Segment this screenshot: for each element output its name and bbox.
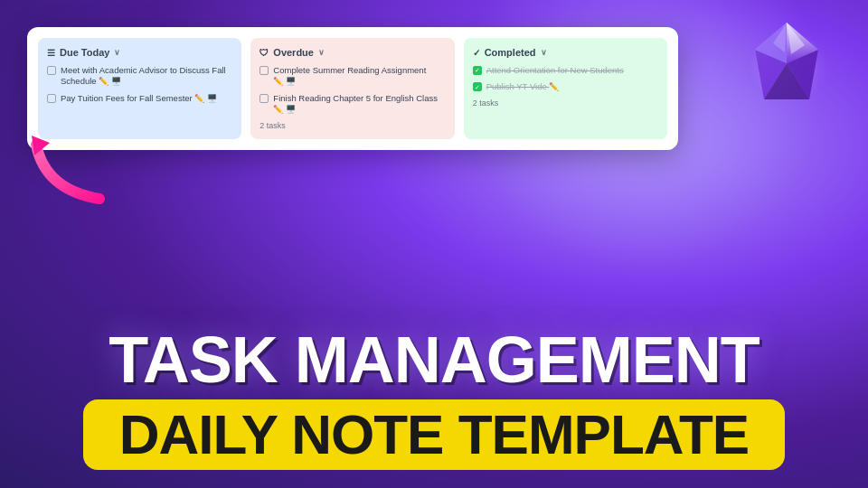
- task-text: Complete Summer Reading Assignment ✏️ 🖥️: [273, 65, 445, 88]
- page-content: ☰ Due Today ∨ Meet with Academic Advisor…: [0, 0, 868, 488]
- column-completed: ✓ Completed ∨ ✓ Attend Orientation for N…: [464, 38, 667, 139]
- task-checkbox-checked[interactable]: ✓: [473, 66, 482, 75]
- task-text: Meet with Academic Advisor to Discuss Fa…: [61, 65, 232, 88]
- col-title-completed: Completed: [485, 47, 536, 58]
- task-checkbox[interactable]: [47, 66, 56, 75]
- title-daily-note-template: DAILY NOTE TEMPLATE: [83, 399, 785, 470]
- crystal-gem-icon: [741, 18, 832, 117]
- col-title-due: Due Today: [60, 47, 109, 58]
- completed-icon: ✓: [473, 48, 480, 58]
- task-text: Pay Tuition Fees for Fall Semester ✏️ 🖥️: [61, 93, 232, 105]
- column-due-today: ☰ Due Today ∨ Meet with Academic Advisor…: [38, 38, 241, 139]
- due-icon: ☰: [47, 48, 55, 58]
- task-checkbox-checked[interactable]: ✓: [473, 82, 482, 91]
- task-count-completed: 2 tasks: [473, 99, 658, 108]
- task-item: Pay Tuition Fees for Fall Semester ✏️ 🖥️: [47, 93, 232, 105]
- task-icons: ✏️ 🖥️: [273, 77, 296, 88]
- col-header-completed: ✓ Completed ∨: [473, 47, 658, 58]
- overdue-icon: 🛡: [259, 48, 269, 58]
- task-icons: ✏️: [549, 82, 559, 93]
- completed-chevron: ∨: [541, 48, 547, 57]
- task-text-done: Attend Orientation for New Students: [486, 65, 658, 76]
- task-item: Finish Reading Chapter 5 for English Cla…: [259, 93, 445, 116]
- task-text: Finish Reading Chapter 5 for English Cla…: [273, 93, 445, 116]
- task-count-overdue: 2 tasks: [259, 121, 445, 130]
- bottom-text-section: TASK MANAGEMENT DAILY NOTE TEMPLATE: [0, 327, 868, 488]
- task-icons: ✏️ 🖥️: [194, 94, 217, 105]
- col-title-overdue: Overdue: [273, 47, 314, 58]
- task-checkbox[interactable]: [259, 94, 269, 103]
- title-task-management: TASK MANAGEMENT: [108, 327, 760, 392]
- task-item: ✓ Attend Orientation for New Students: [473, 65, 658, 76]
- task-icons: ✏️ 🖥️: [99, 77, 121, 88]
- due-chevron: ∨: [114, 48, 120, 57]
- arrow-annotation: [18, 127, 127, 221]
- col-header-due: ☰ Due Today ∨: [47, 47, 232, 58]
- column-overdue: 🛡 Overdue ∨ Complete Summer Reading Assi…: [250, 38, 454, 139]
- task-item: ✓ Publish YT Vide ✏️: [473, 81, 658, 93]
- task-item: Meet with Academic Advisor to Discuss Fa…: [47, 65, 232, 88]
- task-checkbox[interactable]: [259, 66, 269, 75]
- task-icons: ✏️ 🖥️: [273, 105, 296, 116]
- top-section: ☰ Due Today ∨ Meet with Academic Advisor…: [0, 0, 868, 159]
- task-item: Complete Summer Reading Assignment ✏️ 🖥️: [259, 65, 445, 88]
- task-checkbox[interactable]: [47, 94, 56, 103]
- overdue-chevron: ∨: [318, 48, 325, 57]
- task-text-done: Publish YT Vide ✏️: [486, 81, 658, 93]
- col-header-overdue: 🛡 Overdue ∨: [259, 47, 445, 58]
